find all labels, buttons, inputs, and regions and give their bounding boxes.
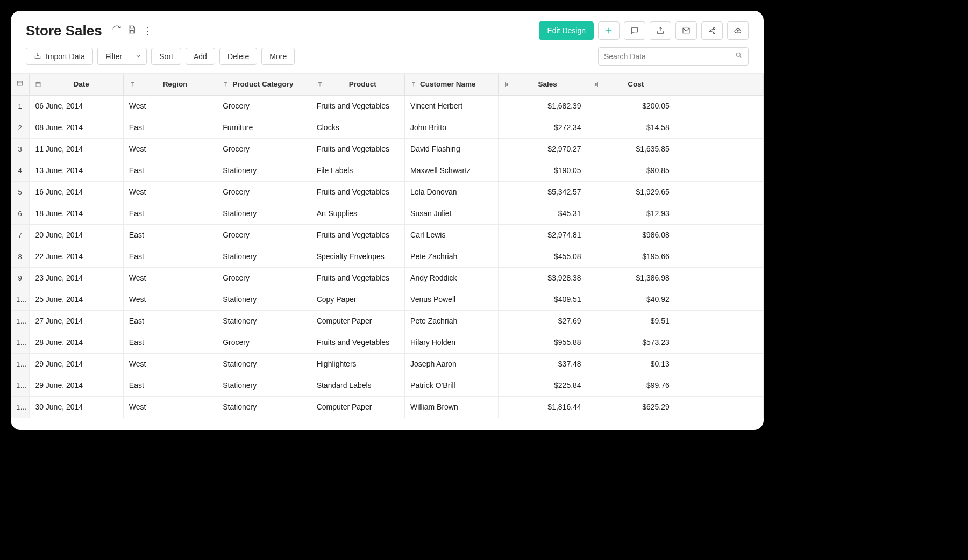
table-row[interactable]: 516 June, 2014WestGroceryFruits and Vege… — [11, 181, 764, 203]
cell-product: Fruits and Vegetables — [311, 332, 404, 353]
cell-region: East — [123, 246, 217, 267]
import-data-button[interactable]: Import Data — [26, 48, 93, 65]
cell-category: Grocery — [217, 224, 311, 246]
column-header-product[interactable]: Product — [311, 74, 404, 95]
calendar-icon — [35, 81, 41, 88]
data-table: Date Region Product Category — [11, 74, 764, 418]
cell-blank — [730, 375, 764, 396]
delete-button[interactable]: Delete — [219, 48, 257, 65]
page-title: Store Sales — [26, 23, 102, 39]
mail-icon[interactable] — [675, 21, 697, 40]
cell-blank — [675, 332, 730, 353]
cell-sales: $272.34 — [499, 117, 587, 138]
cell-product: Fruits and Vegetables — [311, 267, 404, 289]
row-number: 9 — [11, 267, 30, 289]
row-number: 11 — [11, 310, 30, 332]
row-number: 2 — [11, 117, 30, 138]
table-row[interactable]: 1228 June, 2014EastGroceryFruits and Veg… — [11, 332, 764, 353]
cell-category: Stationery — [217, 246, 311, 267]
filter-button[interactable]: Filter — [97, 48, 130, 65]
share-icon[interactable] — [701, 21, 723, 40]
search-box[interactable] — [598, 47, 749, 66]
column-header-label: Region — [139, 80, 211, 88]
cell-date: 30 June, 2014 — [30, 396, 123, 418]
cell-sales: $2,970.27 — [499, 138, 587, 160]
save-icon[interactable] — [127, 25, 137, 37]
column-header-date[interactable]: Date — [30, 74, 123, 95]
cell-region: West — [123, 181, 217, 203]
cell-blank — [730, 138, 764, 160]
cell-region: East — [123, 375, 217, 396]
cell-blank — [675, 375, 730, 396]
table-row[interactable]: 1025 June, 2014WestStationeryCopy PaperV… — [11, 289, 764, 310]
column-selector-header[interactable] — [11, 74, 30, 95]
cell-blank — [730, 332, 764, 353]
cell-region: East — [123, 203, 217, 224]
table-row[interactable]: 208 June, 2014EastFurnitureClocksJohn Br… — [11, 117, 764, 138]
export-icon[interactable] — [650, 21, 671, 40]
table-row[interactable]: 1329 June, 2014WestStationeryHighlighter… — [11, 353, 764, 375]
cell-product: Art Supplies — [311, 203, 404, 224]
table-row[interactable]: 106 June, 2014WestGroceryFruits and Vege… — [11, 95, 764, 117]
cell-customer: William Brown — [405, 396, 499, 418]
table-row[interactable]: 413 June, 2014EastStationeryFile LabelsM… — [11, 160, 764, 181]
cell-category: Stationery — [217, 375, 311, 396]
table-row[interactable]: 923 June, 2014WestGroceryFruits and Vege… — [11, 267, 764, 289]
table-row[interactable]: 311 June, 2014WestGroceryFruits and Vege… — [11, 138, 764, 160]
column-header-label: Product — [326, 80, 399, 88]
cell-blank — [730, 95, 764, 117]
cell-date: 25 June, 2014 — [30, 289, 123, 310]
table-row[interactable]: 1429 June, 2014EastStationeryStandard La… — [11, 375, 764, 396]
table-row[interactable]: 720 June, 2014EastGroceryFruits and Vege… — [11, 224, 764, 246]
table-row[interactable]: 1127 June, 2014EastStationeryComputer Pa… — [11, 310, 764, 332]
svg-rect-5 — [36, 82, 40, 87]
cell-cost: $625.29 — [587, 396, 675, 418]
add-row-button[interactable]: Add — [186, 48, 215, 65]
filter-dropdown-button[interactable] — [130, 48, 147, 65]
cell-customer: Pete Zachriah — [405, 246, 499, 267]
cell-customer: Vincent Herbert — [405, 95, 499, 117]
svg-point-3 — [736, 53, 740, 56]
cell-blank — [675, 246, 730, 267]
column-header-region[interactable]: Region — [123, 74, 217, 95]
table-row[interactable]: 1530 June, 2014WestStationeryComputer Pa… — [11, 396, 764, 418]
comment-icon[interactable] — [624, 21, 645, 40]
column-header-blank[interactable] — [675, 74, 730, 95]
cell-blank — [730, 181, 764, 203]
table-row[interactable]: 822 June, 2014EastStationerySpecialty En… — [11, 246, 764, 267]
cell-category: Stationery — [217, 353, 311, 375]
column-header-cost[interactable]: Cost — [587, 74, 675, 95]
cell-blank — [730, 160, 764, 181]
cell-product: File Labels — [311, 160, 404, 181]
row-number: 13 — [11, 353, 30, 375]
edit-design-button[interactable]: Edit Design — [539, 21, 594, 40]
cell-blank — [730, 353, 764, 375]
column-header-product-category[interactable]: Product Category — [217, 74, 311, 95]
cell-region: East — [123, 310, 217, 332]
cell-blank — [675, 95, 730, 117]
column-header-customer-name[interactable]: Customer Name — [405, 74, 499, 95]
cell-sales: $955.88 — [499, 332, 587, 353]
cell-sales: $1,816.44 — [499, 396, 587, 418]
cell-blank — [730, 289, 764, 310]
search-input[interactable] — [604, 52, 735, 61]
cell-date: 13 June, 2014 — [30, 160, 123, 181]
cell-customer: Susan Juliet — [405, 203, 499, 224]
cell-date: 29 June, 2014 — [30, 375, 123, 396]
column-header-label: Customer Name — [420, 80, 476, 88]
cell-region: West — [123, 267, 217, 289]
column-header-sales[interactable]: Sales — [499, 74, 587, 95]
cell-category: Stationery — [217, 396, 311, 418]
refresh-icon[interactable] — [112, 25, 122, 37]
more-options-icon[interactable]: ⋮ — [142, 26, 153, 35]
cell-region: East — [123, 332, 217, 353]
add-button[interactable] — [598, 21, 620, 40]
sort-button[interactable]: Sort — [151, 48, 181, 65]
column-header-blank[interactable] — [730, 74, 764, 95]
text-type-icon — [410, 81, 417, 88]
cloud-icon[interactable] — [727, 21, 749, 40]
table-row[interactable]: 618 June, 2014EastStationeryArt Supplies… — [11, 203, 764, 224]
chevron-down-icon — [134, 52, 142, 61]
cell-sales: $409.51 — [499, 289, 587, 310]
more-button[interactable]: More — [261, 48, 295, 65]
